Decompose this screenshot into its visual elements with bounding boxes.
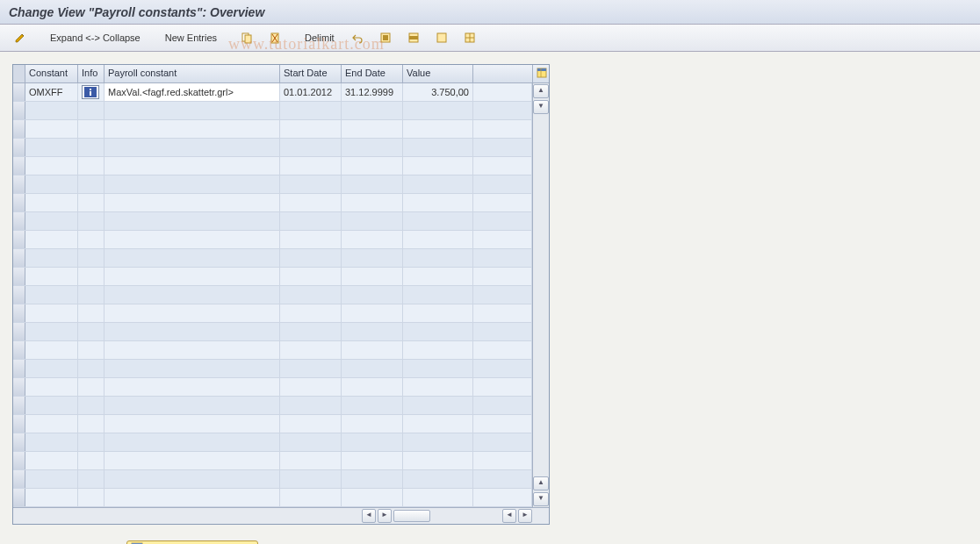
row-selector[interactable]: [13, 286, 25, 304]
hscroll-left2-icon[interactable]: ◄: [502, 509, 516, 523]
undo-change-icon[interactable]: [344, 28, 371, 47]
table-row[interactable]: [13, 120, 532, 139]
info-icon[interactable]: [82, 85, 99, 99]
col-start[interactable]: Start Date: [280, 65, 342, 82]
configuration-icon[interactable]: [457, 28, 483, 47]
select-block-icon[interactable]: [400, 28, 427, 47]
table-row[interactable]: [13, 212, 532, 231]
scroll-down-icon[interactable]: ▼: [533, 100, 549, 114]
table-row[interactable]: [13, 341, 532, 360]
cell-constant: [25, 323, 78, 340]
cell-payroll: [104, 304, 280, 322]
cell-payroll: [104, 102, 280, 119]
expand-collapse-button[interactable]: Expand <-> Collapse: [42, 28, 148, 47]
table-row[interactable]: [13, 415, 532, 433]
cell-end: [342, 175, 403, 193]
cell-info[interactable]: [78, 83, 104, 101]
table-row[interactable]: OMXFFMaxVal.<fagf.red.skattetr.grl>01.01…: [13, 83, 532, 102]
table-row[interactable]: [13, 433, 532, 452]
row-selector[interactable]: [13, 212, 25, 230]
cell-payroll: [104, 286, 280, 304]
row-selector[interactable]: [13, 452, 25, 469]
toggle-change-display-icon[interactable]: [7, 28, 33, 47]
svg-rect-9: [437, 33, 446, 42]
table-row[interactable]: [13, 323, 532, 341]
table-row[interactable]: [13, 194, 532, 212]
row-selector[interactable]: [13, 194, 25, 211]
hscroll-thumb[interactable]: [393, 510, 430, 522]
row-selector[interactable]: [13, 489, 25, 506]
cell-payroll: [104, 139, 280, 156]
table-row[interactable]: [13, 157, 532, 175]
table-row[interactable]: [13, 286, 532, 304]
cell-payroll: [104, 433, 280, 451]
deselect-all-icon[interactable]: [429, 28, 455, 47]
table-row[interactable]: [13, 470, 532, 489]
row-selector[interactable]: [13, 157, 25, 175]
table-row[interactable]: [13, 249, 532, 268]
vertical-scrollbar[interactable]: ▲ ▼ ▲ ▼: [532, 83, 549, 507]
row-selector[interactable]: [13, 323, 25, 340]
table-row[interactable]: [13, 397, 532, 415]
row-selector[interactable]: [13, 102, 25, 119]
hscroll-left-icon[interactable]: ◄: [362, 509, 376, 523]
table-row[interactable]: [13, 102, 532, 120]
table-row[interactable]: [13, 452, 532, 470]
table-row[interactable]: [13, 489, 532, 507]
table-row[interactable]: [13, 304, 532, 323]
cell-end: [342, 231, 403, 248]
row-selector[interactable]: [13, 83, 25, 101]
horizontal-scrollbar[interactable]: ◄ ► ◄ ►: [13, 507, 549, 524]
row-selector[interactable]: [13, 120, 25, 138]
cell-constant: [25, 360, 78, 377]
copy-as-icon[interactable]: [234, 28, 260, 47]
row-selector[interactable]: [13, 268, 25, 285]
col-info[interactable]: Info: [78, 65, 104, 82]
row-selector[interactable]: [13, 360, 25, 377]
row-selector[interactable]: [13, 341, 25, 359]
row-selector-header[interactable]: [13, 65, 25, 82]
cell-end: [342, 397, 403, 414]
cell-constant: [25, 286, 78, 304]
row-selector[interactable]: [13, 304, 25, 322]
table-row[interactable]: [13, 175, 532, 194]
hscroll-right-icon[interactable]: ►: [378, 509, 392, 523]
scroll-up-icon[interactable]: ▲: [533, 84, 549, 98]
cell-value: [403, 212, 473, 230]
row-selector[interactable]: [13, 175, 25, 193]
table-row[interactable]: [13, 139, 532, 157]
row-selector[interactable]: [13, 231, 25, 248]
cell-filler: [473, 175, 532, 193]
row-selector[interactable]: [13, 249, 25, 267]
position-button[interactable]: Position...: [126, 540, 258, 544]
delete-icon[interactable]: [262, 28, 288, 47]
table-row[interactable]: [13, 268, 532, 286]
table-row[interactable]: [13, 360, 532, 378]
col-end[interactable]: End Date: [342, 65, 403, 82]
cell-payroll[interactable]: MaxVal.<fagf.red.skattetr.grl>: [104, 83, 280, 101]
scroll-down2-icon[interactable]: ▼: [533, 492, 549, 506]
cell-start: [280, 378, 342, 396]
table-row[interactable]: [13, 231, 532, 249]
new-entries-button[interactable]: New Entries: [157, 28, 225, 47]
scroll-up2-icon[interactable]: ▲: [533, 476, 549, 490]
hscroll-right2-icon[interactable]: ►: [518, 509, 532, 523]
delimit-button[interactable]: Delimit: [297, 28, 342, 47]
row-selector[interactable]: [13, 397, 25, 414]
col-payroll[interactable]: Payroll constant: [104, 65, 280, 82]
col-value[interactable]: Value: [403, 65, 473, 82]
cell-constant: [25, 341, 78, 359]
col-constant[interactable]: Constant: [25, 65, 78, 82]
select-all-icon[interactable]: [372, 28, 399, 47]
table-settings-icon[interactable]: [533, 65, 549, 82]
row-selector[interactable]: [13, 470, 25, 488]
cell-info: [78, 102, 104, 119]
table-row[interactable]: [13, 378, 532, 397]
row-selector[interactable]: [13, 433, 25, 451]
row-selector[interactable]: [13, 415, 25, 433]
row-selector[interactable]: [13, 139, 25, 156]
col-filler: [473, 65, 533, 82]
row-selector[interactable]: [13, 378, 25, 396]
footer-controls: Position... Entry 1 of 1: [12, 540, 968, 544]
cell-info: [78, 470, 104, 488]
